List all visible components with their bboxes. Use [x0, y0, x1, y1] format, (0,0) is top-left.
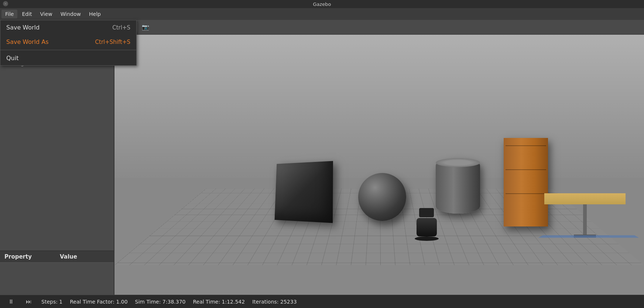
steps-label: Steps:	[41, 299, 58, 305]
table-top	[544, 193, 626, 204]
pause-button[interactable]: ⏸	[6, 298, 16, 306]
robot-top	[419, 208, 434, 217]
property-col-header: Property	[0, 251, 55, 262]
quit-label: Quit	[6, 55, 18, 62]
iterations-text: Iterations: 25233	[252, 299, 297, 305]
realtime-value: 1:12.542	[222, 299, 245, 305]
property-panel: Property Value	[0, 250, 114, 295]
menu-save-world-as[interactable]: Save World As Ctrl+Shift+S	[0, 35, 136, 49]
close-button[interactable]: ×	[3, 1, 8, 6]
toolbar-sep-4	[137, 23, 137, 32]
menu-edit[interactable]: Edit	[18, 10, 35, 18]
table-object[interactable]	[544, 193, 626, 238]
realtime-label: Real Time:	[193, 299, 220, 305]
main-layout: ▶ World ▶ Models ▶ Lights Property Value	[0, 35, 644, 295]
iterations-value: 25233	[280, 299, 297, 305]
property-header: Property Value	[0, 251, 114, 263]
menu-save-world[interactable]: Save World Ctrl+S	[0, 20, 136, 35]
title-bar: × Gazebo	[0, 0, 644, 8]
sphere-object[interactable]	[358, 173, 406, 221]
simtime-text: Sim Time: 7:38.370	[135, 299, 186, 305]
save-world-as-shortcut: Ctrl+Shift+S	[95, 39, 130, 45]
step-button[interactable]: ⏭	[24, 298, 34, 306]
simtime-value: 7:38.370	[162, 299, 186, 305]
simtime-label: Sim Time:	[135, 299, 161, 305]
value-col-header: Value	[55, 251, 82, 262]
world-tree: ▶ World ▶ Models ▶ Lights	[0, 35, 114, 250]
sky-background	[114, 35, 644, 178]
menu-bar: File Edit View Window Help	[0, 8, 644, 20]
menu-view[interactable]: View	[37, 10, 56, 18]
rtf-label: Real Time Factor:	[70, 299, 114, 305]
cube-object[interactable]	[275, 161, 333, 223]
file-dropdown: Save World Ctrl+S Save World As Ctrl+Shi…	[0, 20, 137, 66]
robot-base	[415, 236, 439, 241]
window-title: Gazebo	[313, 1, 331, 7]
menu-file[interactable]: File	[1, 10, 17, 18]
save-world-label: Save World	[6, 24, 40, 31]
steps-text: Steps: 1	[41, 299, 62, 305]
rtf-text: Real Time Factor: 1.00	[70, 299, 127, 305]
menu-help[interactable]: Help	[85, 10, 105, 18]
robot-body	[417, 218, 437, 236]
scene-canvas	[114, 35, 644, 295]
cylinder-object[interactable]	[436, 158, 480, 214]
save-world-shortcut: Ctrl+S	[112, 24, 130, 31]
table-leg	[583, 204, 587, 238]
save-world-as-label: Save World As	[6, 38, 49, 45]
menu-window[interactable]: Window	[57, 10, 85, 18]
rtf-value: 1.00	[116, 299, 127, 305]
menu-quit[interactable]: Quit	[0, 51, 136, 65]
steps-value: 1	[59, 299, 62, 305]
left-panel: ▶ World ▶ Models ▶ Lights Property Value	[0, 35, 114, 295]
robot-object[interactable]	[414, 208, 439, 238]
status-bar: ⏸ ⏭ Steps: 1 Real Time Factor: 1.00 Sim …	[0, 295, 644, 308]
menu-separator	[0, 50, 136, 50]
bookshelf-object[interactable]	[504, 138, 548, 226]
iterations-label: Iterations:	[252, 299, 278, 305]
toolbar-screenshot[interactable]: 📷	[140, 22, 151, 32]
realtime-text: Real Time: 1:12.542	[193, 299, 245, 305]
viewport[interactable]	[114, 35, 644, 295]
